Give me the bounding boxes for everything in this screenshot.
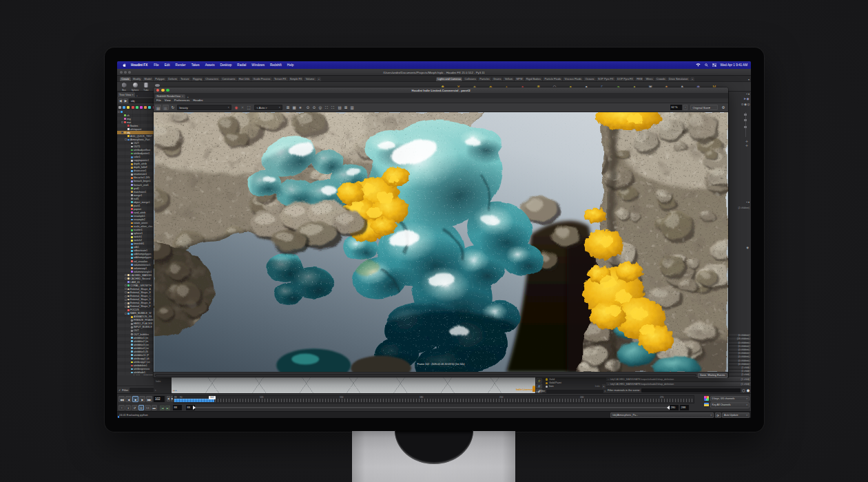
jump-end-button[interactable]: ▶▶ [146, 396, 152, 403]
snapshot-icon[interactable]: ▦ [163, 105, 169, 110]
transform-icons[interactable]: ✛✛ [745, 140, 748, 147]
hexagon-icon[interactable]: ⬢ [747, 388, 750, 392]
render-ipr-icon[interactable]: ⊙ [311, 105, 317, 110]
shelf-tab[interactable]: Constraints [220, 77, 237, 81]
shelf-tab[interactable]: SOP Pyro FX [597, 77, 615, 81]
shelf-tab[interactable]: Particles [478, 77, 491, 81]
palette-sphere-icon[interactable]: ◍ [536, 378, 542, 383]
menu-item[interactable]: File [156, 98, 161, 102]
stop-button[interactable]: ■ [132, 396, 138, 403]
menubar-menu-item[interactable]: Desktop [220, 63, 231, 67]
shelf-tab[interactable]: Polygon [154, 77, 166, 81]
refresh-icon[interactable]: ↻ [170, 105, 176, 110]
prev-frame-button[interactable]: ◀ [125, 396, 132, 403]
menubar-menu-item[interactable]: Radial [237, 63, 246, 67]
menubar-app-name[interactable]: Houdini FX [131, 63, 147, 67]
materials-filter-input[interactable] [641, 388, 741, 392]
shelf-tab[interactable]: Simple FX [289, 77, 304, 81]
tree-filter-icon[interactable] [140, 106, 143, 109]
shelf-tab[interactable]: Terrain FX [273, 77, 288, 81]
shelf-tab[interactable]: Model [143, 77, 153, 81]
shelf-tab[interactable]: Create [120, 77, 131, 81]
follow-toggle[interactable]: ⊙ [138, 405, 145, 411]
render-pass-dropdown[interactable]: beauty▾ [177, 105, 231, 110]
shelf-tab[interactable]: DOP Pyro FX [616, 77, 634, 81]
shop-definition-row[interactable]: +/obj/CACHED_MAINSHAPE/svquickshade1/sho… [606, 377, 751, 382]
next-key-button[interactable]: ▶| [165, 406, 170, 410]
tree-filter-icon[interactable] [118, 106, 121, 109]
shelf-tab[interactable]: Wires [644, 77, 654, 81]
shelf-tab[interactable]: FEM [635, 77, 643, 81]
tree-view-tab[interactable]: Tree View × [118, 92, 135, 97]
shelf-tool-sphere[interactable]: Sphere [130, 83, 141, 92]
menubar-menu-item[interactable]: File [154, 63, 158, 67]
add-layer-icon[interactable]: ⊞ [343, 105, 349, 110]
info-icon[interactable]: ◉ [746, 246, 749, 249]
nav-back-button[interactable]: ◀ [118, 98, 123, 103]
scene-viewport-strip[interactable]: ●●● Indie License [172, 377, 535, 393]
timeline-ruler[interactable]: 8890120150180210240270 102 [173, 395, 694, 404]
tree-filter-icon[interactable] [136, 106, 138, 109]
key-all-dropdown[interactable]: Key All Channels▾ [710, 402, 750, 408]
shelf-tool-tube[interactable]: Tube [141, 83, 152, 92]
loop-toggle[interactable]: ↺ [132, 405, 138, 411]
current-op-field[interactable]: /obj/Atmospheric_Pa...▾ [610, 412, 714, 418]
nav-forward-button[interactable]: ▶ [123, 98, 128, 103]
shelf-tab[interactable]: Vellum [503, 77, 514, 81]
size-dropdown[interactable]: Original Size▾ [690, 105, 718, 110]
gear-icon[interactable]: ⚙ [721, 105, 726, 110]
shelf-tab[interactable]: + [690, 77, 695, 81]
expand-arrow[interactable]: ▸ [602, 384, 606, 388]
shelf-tab[interactable]: Hair Utils [238, 77, 251, 81]
aov-icon[interactable]: ◉ [234, 105, 239, 110]
shelf-overflow-caret[interactable]: ▾ [748, 78, 750, 81]
shelf-tab[interactable]: Viscous Fluids [563, 77, 583, 81]
fps-toggle[interactable]: 1.5 [145, 405, 151, 411]
tree-filter-icon[interactable] [127, 106, 130, 109]
range-slider[interactable] [195, 407, 668, 408]
audio-toggle[interactable]: ◑ [125, 405, 132, 411]
pane-circle-icons[interactable]: ➤◉ [729, 97, 750, 101]
menubar-menu-item[interactable]: Render [176, 63, 186, 67]
shelf-tab[interactable]: Collisions [463, 77, 477, 81]
shelf-tab[interactable]: MPM [515, 77, 524, 81]
menubar-clock[interactable]: Wed Apr 1 9:41 AM [721, 63, 748, 67]
play-button[interactable]: ▶ [139, 396, 145, 403]
refresh-icon[interactable]: ⟳ [715, 412, 721, 418]
pane-menu-icons[interactable]: ▪ ▾ [746, 200, 750, 204]
zoom-stepper[interactable]: ↕ [683, 105, 688, 110]
range-field[interactable]: 280 [670, 405, 679, 410]
menu-item[interactable]: Houdini [193, 98, 203, 102]
shelf-tab[interactable]: Volume [304, 77, 316, 81]
lock-icon[interactable]: ⊠ [285, 105, 291, 110]
tree-filter-icon[interactable] [123, 106, 125, 109]
shelf-tab[interactable]: Rigid Bodies [525, 77, 543, 81]
render-loop-icon[interactable]: ◎ [318, 105, 323, 110]
shelf-tab[interactable]: Rigging [192, 77, 203, 81]
apple-logo-icon[interactable] [123, 63, 126, 67]
menu-item[interactable]: View [165, 98, 171, 102]
palette-grid-icon[interactable]: ▦ [536, 384, 542, 388]
shelf-tab[interactable]: Guide Process [251, 77, 271, 81]
shelf-tab[interactable]: Crowds [655, 77, 667, 81]
tree-filter-icon[interactable] [148, 106, 151, 109]
menubar-menu-item[interactable]: Help [287, 63, 293, 67]
menubar-menu-item[interactable]: Assets [205, 63, 215, 67]
shelf-tab[interactable]: Particle Fluids [543, 77, 562, 81]
shelf-tab[interactable]: Grains [492, 77, 503, 81]
grid-icon[interactable]: ▦ [291, 105, 297, 110]
shelf-tab[interactable]: Modify [132, 77, 143, 81]
shelf-tab[interactable]: Drive Simulation [668, 77, 690, 81]
copy-icon[interactable]: ▥ [349, 105, 355, 110]
menubar-menu-item[interactable]: Takes [192, 63, 200, 67]
menubar-menu-item[interactable]: Redshift [270, 63, 282, 67]
shelf-tool-box[interactable]: Box [118, 83, 130, 92]
fit-icon[interactable]: ⛶ [330, 105, 335, 110]
menu-item[interactable]: Preferences [174, 98, 190, 102]
keys-dropdown[interactable]: 0 keys, 0/0 channels▾ [710, 396, 750, 402]
save-icon[interactable]: ▤ [155, 105, 161, 110]
wifi-icon[interactable] [696, 63, 701, 67]
shelf-tab[interactable]: Deform [167, 77, 178, 81]
playhead-marker[interactable]: 102 [209, 396, 216, 399]
expand-icon[interactable]: ⛶ [324, 105, 329, 110]
